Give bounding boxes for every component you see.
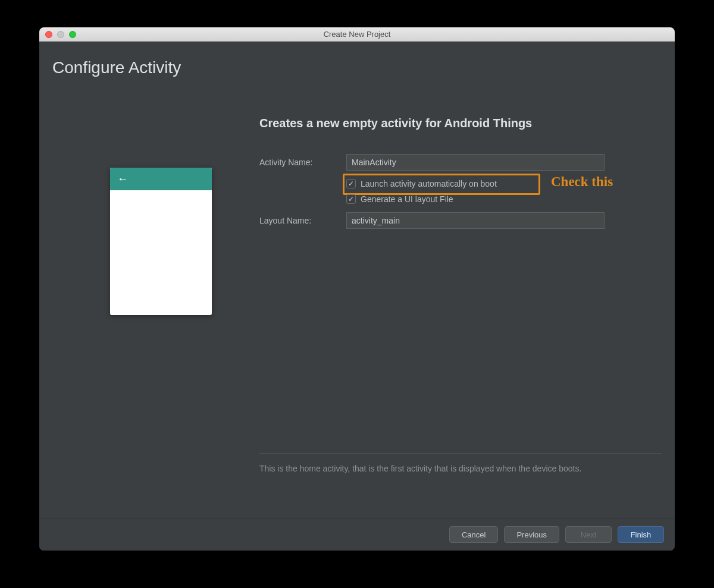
dialog-window: Create New Project Configure Activity ← … <box>39 27 675 551</box>
dialog-body: Configure Activity ← Creates a new empty… <box>39 42 675 551</box>
annotation-text: Check this <box>551 174 613 190</box>
generate-layout-label: Generate a UI layout File <box>361 194 453 204</box>
titlebar[interactable]: Create New Project <box>39 27 675 42</box>
help-text: This is the home activity, that is the f… <box>259 463 662 475</box>
activity-name-input[interactable] <box>346 154 605 171</box>
footer: Cancel Previous Next Finish <box>39 518 675 551</box>
finish-button[interactable]: Finish <box>618 526 664 543</box>
form-panel: Creates a new empty activity for Android… <box>259 117 662 237</box>
launch-on-boot-row[interactable]: Launch activity automatically on boot Ch… <box>346 179 662 188</box>
window-title: Create New Project <box>39 30 675 39</box>
activity-name-label: Activity Name: <box>259 158 346 167</box>
separator <box>259 453 662 454</box>
page-title: Configure Activity <box>52 58 181 77</box>
previous-button[interactable]: Previous <box>504 526 559 543</box>
layout-name-row: Layout Name: <box>259 212 662 229</box>
back-arrow-icon: ← <box>117 173 128 185</box>
preview-appbar: ← <box>110 168 212 190</box>
layout-name-input[interactable] <box>346 212 605 229</box>
generate-layout-checkbox[interactable] <box>346 194 356 204</box>
launch-on-boot-label: Launch activity automatically on boot <box>361 179 497 188</box>
launch-on-boot-checkbox[interactable] <box>346 179 356 188</box>
layout-name-label: Layout Name: <box>259 216 346 225</box>
form-heading: Creates a new empty activity for Android… <box>259 117 662 130</box>
generate-layout-row[interactable]: Generate a UI layout File <box>346 194 662 204</box>
cancel-button[interactable]: Cancel <box>449 526 498 543</box>
activity-preview: ← <box>110 168 212 315</box>
activity-name-row: Activity Name: <box>259 154 662 171</box>
next-button: Next <box>565 526 612 543</box>
